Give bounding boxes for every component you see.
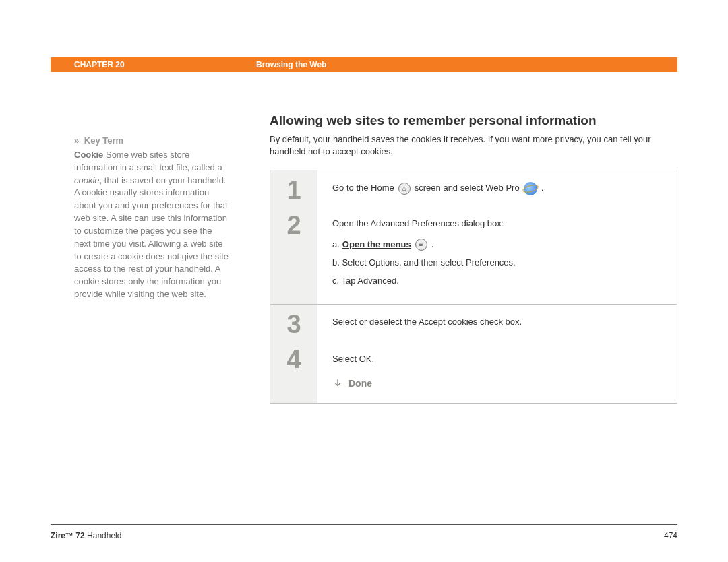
- keyterm-text-2: , that is saved on your handheld. A cook…: [74, 175, 229, 300]
- step-body-3-4: Select or deselect the Accept cookies ch…: [317, 305, 677, 403]
- open-menus-link[interactable]: Open the menus: [342, 238, 411, 252]
- step-2-sublist: a. Open the menus ≡ . b. Select Options,…: [332, 238, 665, 288]
- step-1-text-a: Go to the Home: [332, 181, 394, 195]
- product-bold: Zire™ 72: [51, 531, 85, 540]
- product-rest: Handheld: [85, 531, 122, 540]
- step-2b: b. Select Options, and then select Prefe…: [332, 256, 665, 270]
- step-2-intro: Open the Advanced Preferences dialog box…: [332, 217, 665, 231]
- menu-icon: ≡: [415, 239, 427, 251]
- intro-text: By default, your handheld saves the cook…: [270, 133, 677, 158]
- step-number-2: 2: [270, 212, 317, 238]
- step-row-1-2: 1 2 Go to the Home ⌂ screen and select W…: [270, 170, 677, 305]
- page-heading: Allowing web sites to remember personal …: [270, 113, 677, 128]
- step-number-col-2: 3 4: [270, 305, 317, 403]
- step-number-col: 1 2: [270, 170, 317, 304]
- step-number-1: 1: [270, 177, 317, 203]
- chapter-label: CHAPTER 20: [51, 60, 256, 69]
- step-1-line: Go to the Home ⌂ screen and select Web P…: [332, 181, 665, 195]
- header-bar: CHAPTER 20 Browsing the Web: [51, 57, 677, 72]
- step-2a-prefix: a.: [332, 238, 340, 252]
- step-number-4: 4: [270, 346, 317, 372]
- keyterm-label: Key Term: [84, 135, 123, 146]
- done-arrow-icon: [332, 378, 343, 389]
- product-name: Zire™ 72 Handheld: [51, 531, 121, 540]
- keyterm-term: Cookie: [74, 150, 103, 160]
- step-2c: c. Tap Advanced.: [332, 274, 665, 288]
- step-number-3: 3: [270, 311, 317, 337]
- step-row-3-4: 3 4 Select or deselect the Accept cookie…: [270, 305, 677, 403]
- done-label: Done: [348, 376, 372, 391]
- step-body-1-2: Go to the Home ⌂ screen and select Web P…: [317, 170, 677, 304]
- footer-divider: [51, 524, 677, 525]
- step-3-text: Select or deselect the Accept cookies ch…: [332, 315, 665, 330]
- step-1-text-c: .: [541, 181, 544, 195]
- sidebar-keyterm: » Key Term Cookie Some web sites store i…: [74, 135, 229, 301]
- page-number: 474: [664, 531, 677, 540]
- keyterm-italic: cookie: [74, 175, 100, 185]
- footer: Zire™ 72 Handheld 474: [51, 531, 677, 540]
- done-row: Done: [332, 376, 665, 391]
- steps-box: 1 2 Go to the Home ⌂ screen and select W…: [270, 170, 677, 404]
- section-title: Browsing the Web: [256, 60, 326, 69]
- keyterm-header: » Key Term: [74, 135, 229, 148]
- chevron-right-icon: »: [74, 135, 78, 146]
- step-2a-suffix: .: [431, 238, 434, 252]
- home-icon: ⌂: [398, 183, 411, 195]
- step-4-text: Select OK.: [332, 352, 665, 367]
- globe-icon: [524, 182, 537, 195]
- step-2a: a. Open the menus ≡ .: [332, 238, 665, 252]
- keyterm-body: Cookie Some web sites store information …: [74, 149, 229, 301]
- main-content: Allowing web sites to remember personal …: [270, 113, 677, 404]
- step-1-text-b: screen and select Web Pro: [415, 181, 520, 195]
